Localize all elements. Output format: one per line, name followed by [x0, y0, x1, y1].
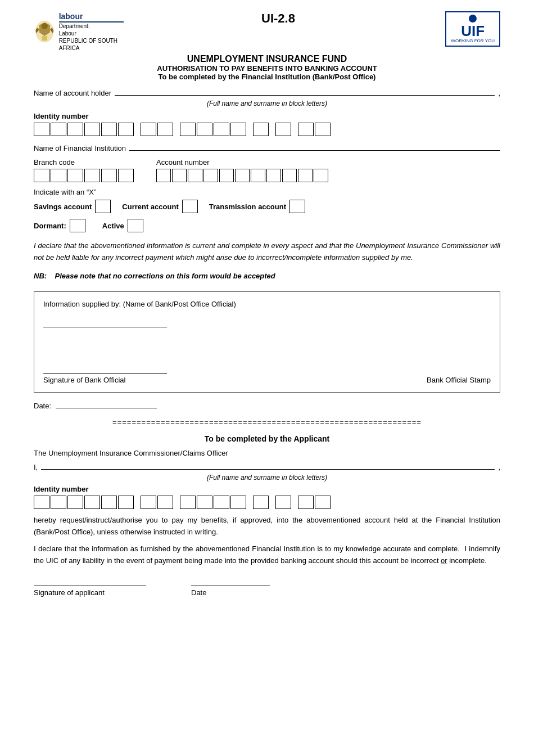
- date-row: Date:: [34, 400, 500, 410]
- acct-box-2[interactable]: [172, 169, 187, 182]
- acct-box-9[interactable]: [282, 169, 297, 182]
- branch-section: Branch code: [34, 158, 134, 182]
- id2-box-14[interactable]: [275, 496, 291, 509]
- transmission-checkbox[interactable]: [289, 200, 305, 213]
- savings-label: Savings account: [34, 202, 92, 211]
- applicant-name-note: (Full name and surname in block letters): [34, 474, 500, 482]
- name-input[interactable]: [115, 87, 495, 96]
- id2-box-9[interactable]: [180, 496, 196, 509]
- identity-grid: [34, 123, 500, 136]
- acct-box-3[interactable]: [188, 169, 202, 182]
- id2-box-16[interactable]: [315, 496, 331, 509]
- id-box-1[interactable]: [34, 123, 49, 136]
- acct-box-7[interactable]: [251, 169, 265, 182]
- branch-box-6[interactable]: [118, 169, 134, 182]
- title-section: UNEMPLOYMENT INSURANCE FUND AUTHORISATIO…: [34, 54, 500, 81]
- i-line: I, ,: [34, 462, 500, 471]
- id2-box-1[interactable]: [34, 496, 49, 509]
- branch-box-5[interactable]: [101, 169, 117, 182]
- id-box-12[interactable]: [230, 123, 246, 136]
- id2-box-15[interactable]: [298, 496, 314, 509]
- account-boxes: [156, 169, 328, 182]
- acct-box-6[interactable]: [235, 169, 250, 182]
- stamp-label: Bank Official Stamp: [427, 376, 491, 384]
- id2-box-10[interactable]: [197, 496, 212, 509]
- id2-box-13[interactable]: [253, 496, 269, 509]
- branch-box-1[interactable]: [34, 169, 49, 182]
- id2-box-11[interactable]: [214, 496, 229, 509]
- id2-box-5[interactable]: [101, 496, 117, 509]
- i-label: I,: [34, 463, 38, 471]
- id2-box-2[interactable]: [51, 496, 66, 509]
- branch-box-3[interactable]: [67, 169, 83, 182]
- active-label: Active: [102, 222, 124, 230]
- sig-row: Signature of Bank Official Bank Official…: [43, 366, 491, 384]
- dormant-active-row: Dormant: Active: [34, 219, 500, 232]
- id-box-5[interactable]: [101, 123, 117, 136]
- acct-box-5[interactable]: [219, 169, 234, 182]
- bottom-sig-row: Signature of applicant Date: [34, 578, 500, 597]
- dormant-item: Dormant:: [34, 219, 85, 232]
- acct-box-1[interactable]: [156, 169, 171, 182]
- id-box-11[interactable]: [214, 123, 229, 136]
- sig-label: Signature of Bank Official: [43, 376, 167, 384]
- id2-box-4[interactable]: [84, 496, 100, 509]
- para1: hereby request/instruct/authorise you to…: [34, 515, 500, 538]
- main-title: UNEMPLOYMENT INSURANCE FUND: [34, 54, 500, 64]
- id-box-7[interactable]: [141, 123, 156, 136]
- form-title-center: UI-2.8: [124, 11, 433, 26]
- id2-box-6[interactable]: [118, 496, 134, 509]
- id-box-15[interactable]: [298, 123, 314, 136]
- id-box-14[interactable]: [275, 123, 291, 136]
- acct-box-4[interactable]: [203, 169, 218, 182]
- applicant-name-input[interactable]: [41, 462, 495, 470]
- transmission-label: Transmission account: [209, 202, 286, 211]
- current-checkbox[interactable]: [182, 200, 198, 213]
- bank-info-label: Information supplied by: (Name of Bank/P…: [43, 300, 491, 308]
- id-box-4[interactable]: [84, 123, 100, 136]
- section2-title: To be completed by the Applicant: [34, 434, 500, 443]
- transmission-item: Transmission account: [209, 200, 305, 213]
- para2: I declare that the information as furnis…: [34, 543, 500, 567]
- savings-item: Savings account: [34, 200, 111, 213]
- branch-account-row: Branch code Account number: [34, 158, 500, 182]
- id2-box-12[interactable]: [230, 496, 246, 509]
- form-number: UI-2.8: [124, 11, 433, 26]
- branch-box-4[interactable]: [84, 169, 100, 182]
- sub-title-2: To be completed by the Financial Institu…: [34, 73, 500, 81]
- identity-section-2: Identity number: [34, 485, 500, 509]
- identity-section: Identity number: [34, 112, 500, 136]
- id2-box-8[interactable]: [157, 496, 173, 509]
- id-box-2[interactable]: [51, 123, 66, 136]
- id2-box-7[interactable]: [141, 496, 156, 509]
- sub-title-1: AUTHORISATION TO PAY BENEFITS INTO BANKI…: [34, 64, 500, 73]
- id-box-6[interactable]: [118, 123, 134, 136]
- identity-label: Identity number: [34, 112, 500, 120]
- dormant-checkbox[interactable]: [70, 219, 85, 232]
- identity-grid-2: [34, 496, 500, 509]
- account-label: Account number: [156, 158, 328, 166]
- date-input[interactable]: [56, 400, 157, 408]
- commissioner-line: The Unemployment Insurance Commissioner/…: [34, 449, 500, 457]
- id-box-3[interactable]: [67, 123, 83, 136]
- id-box-8[interactable]: [157, 123, 173, 136]
- id2-box-3[interactable]: [67, 496, 83, 509]
- fi-row: Name of Financial Institution: [34, 142, 500, 152]
- active-checkbox[interactable]: [128, 219, 143, 232]
- logo-left: labour Department: Labour REPUBLIC OF SO…: [34, 11, 124, 52]
- id-box-13[interactable]: [253, 123, 269, 136]
- branch-box-2[interactable]: [51, 169, 66, 182]
- current-label: Current account: [122, 202, 178, 211]
- id-box-9[interactable]: [180, 123, 196, 136]
- acct-box-10[interactable]: [298, 169, 313, 182]
- id-box-16[interactable]: [315, 123, 331, 136]
- acct-box-11[interactable]: [314, 169, 328, 182]
- fi-section: Name of Financial Institution: [34, 142, 500, 152]
- id-box-10[interactable]: [197, 123, 212, 136]
- savings-checkbox[interactable]: [95, 200, 111, 213]
- acct-box-8[interactable]: [266, 169, 281, 182]
- identity-label-2: Identity number: [34, 485, 500, 493]
- bank-info-box: Information supplied by: (Name of Bank/P…: [34, 291, 500, 393]
- declaration-text: I declare that the abovementioned inform…: [34, 240, 500, 264]
- fi-input[interactable]: [129, 142, 500, 151]
